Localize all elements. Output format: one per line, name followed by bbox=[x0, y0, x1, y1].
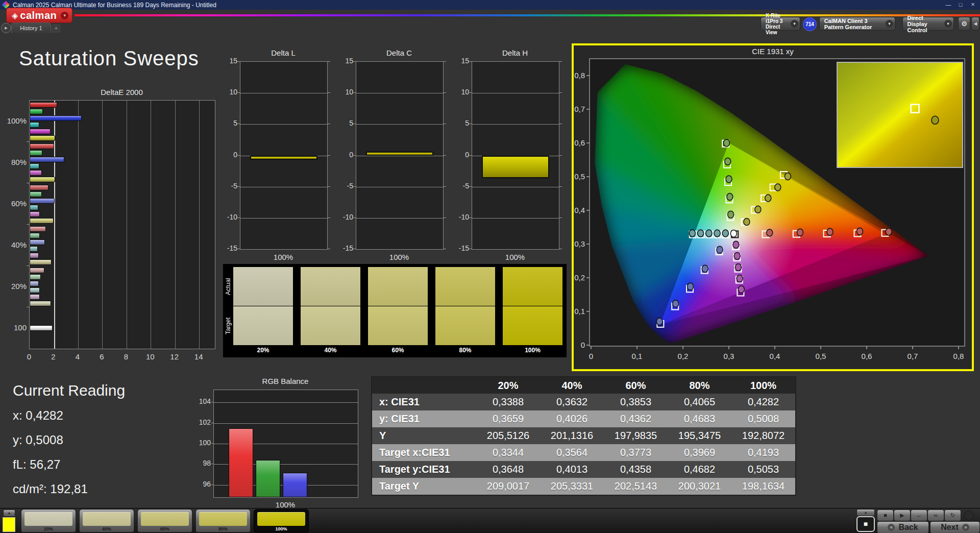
settings-button[interactable]: ⚙ bbox=[958, 17, 970, 31]
continuous-button[interactable]: ∞ bbox=[927, 510, 944, 521]
play-button[interactable]: ▶ bbox=[894, 510, 911, 521]
group-label: 20% bbox=[5, 265, 27, 307]
plot-area bbox=[213, 390, 358, 498]
axis-tick bbox=[469, 124, 472, 124]
delta-c-chart: Delta C151050-5-10-15100% bbox=[340, 49, 448, 263]
table-cell: 0,3659 bbox=[476, 413, 540, 425]
chevron-down-icon: ▾ bbox=[791, 20, 798, 28]
y-tick-label: 15 bbox=[456, 57, 469, 65]
x-axis-label: 100% bbox=[240, 253, 327, 261]
grid-line bbox=[356, 218, 443, 219]
swatch-actual-80% bbox=[435, 267, 495, 306]
transport-collapse-button[interactable]: ▲ bbox=[856, 509, 875, 516]
bar-yellow bbox=[30, 218, 54, 224]
table-cell: 0,3388 bbox=[476, 396, 540, 408]
plot-area bbox=[240, 61, 328, 250]
maximize-button[interactable]: □ bbox=[954, 0, 967, 10]
axis-tick bbox=[237, 249, 240, 249]
table-cell: 0,4683 bbox=[668, 413, 731, 425]
svg-text:0,1: 0,1 bbox=[574, 307, 585, 316]
bar-100pct bbox=[482, 156, 549, 178]
refresh-button[interactable]: ↻ bbox=[944, 510, 961, 521]
svg-text:0,1: 0,1 bbox=[632, 352, 643, 360]
next-button[interactable]: Next» bbox=[930, 521, 980, 533]
table-cell: 197,9835 bbox=[604, 430, 668, 442]
y-tick-label: -15 bbox=[225, 244, 237, 252]
pattern-swatch-button-40%[interactable]: 40% bbox=[79, 509, 134, 532]
minimize-button[interactable]: — bbox=[942, 0, 954, 10]
axis-tick bbox=[328, 61, 330, 62]
y-tick-label: 5 bbox=[340, 119, 353, 127]
back-button[interactable]: «Back bbox=[877, 521, 929, 533]
bar-yellow bbox=[30, 301, 51, 306]
svg-text:0,8: 0,8 bbox=[953, 352, 964, 360]
table-cell: 198,1634 bbox=[731, 480, 795, 492]
table-cell: 209,0017 bbox=[476, 480, 540, 492]
svg-text:0,5: 0,5 bbox=[816, 352, 826, 360]
pattern-swatch-button-80%[interactable]: 80% bbox=[195, 509, 251, 532]
cie-1931-plot: 000,10,10,20,20,30,30,40,40,50,50,60,60,… bbox=[574, 45, 972, 369]
axis-tick bbox=[237, 155, 240, 156]
axis-tick bbox=[444, 249, 446, 249]
table-cell: 202,5143 bbox=[604, 480, 668, 492]
bar-green bbox=[256, 460, 280, 497]
grid-line bbox=[472, 187, 559, 187]
plot-area bbox=[29, 100, 215, 349]
bar-blue bbox=[283, 473, 307, 498]
stop-button[interactable]: ■ bbox=[877, 510, 894, 521]
back-label: Back bbox=[898, 523, 918, 532]
grid-line bbox=[356, 187, 443, 187]
meter-count-badge[interactable]: 714 bbox=[803, 17, 817, 31]
axis-tick bbox=[237, 61, 240, 62]
table-cell: 195,3475 bbox=[668, 430, 731, 442]
table-cell: 0,4282 bbox=[731, 396, 795, 408]
pattern-swatch-button-20%[interactable]: 20% bbox=[21, 509, 76, 532]
svg-text:0: 0 bbox=[581, 341, 585, 349]
grid-line bbox=[78, 101, 79, 349]
tab-history-1[interactable]: History 1 bbox=[11, 22, 51, 33]
x-tick-label: 6 bbox=[94, 352, 109, 361]
grid-line bbox=[199, 101, 200, 349]
bar-blue bbox=[30, 115, 82, 121]
collapse-toolbar-button[interactable]: ◀ bbox=[971, 17, 979, 31]
bar-blue bbox=[30, 239, 45, 245]
y-tick-label: -5 bbox=[340, 182, 353, 190]
chart-title: Delta C bbox=[356, 49, 443, 57]
axis-tick bbox=[353, 217, 356, 218]
stop-pattern-button[interactable]: ■ bbox=[856, 516, 875, 532]
history-expand-button[interactable]: ▶ bbox=[1, 23, 11, 33]
axis-tick bbox=[328, 124, 330, 124]
bar-green bbox=[30, 274, 41, 280]
pattern-swatch-button-100%[interactable]: 100% bbox=[254, 509, 309, 532]
status-indicator-circle bbox=[964, 511, 974, 520]
grid-line bbox=[214, 423, 358, 424]
pattern-swatch-button-60%[interactable]: 60% bbox=[137, 509, 192, 532]
table-cell: 0,3632 bbox=[540, 396, 604, 408]
swatch-actual-40% bbox=[301, 267, 360, 306]
meter-dropdown[interactable]: X-Rite i1Pro 3Direct View ▾ bbox=[761, 17, 800, 31]
axis-tick bbox=[353, 155, 356, 156]
add-tab-button[interactable]: + bbox=[52, 24, 61, 33]
swatch-column-label: 40% bbox=[301, 347, 360, 355]
table-cell: 0,4026 bbox=[540, 413, 604, 425]
pattern-generator-dropdown[interactable]: CalMAN Client 3 Pattern Generator ▾ bbox=[819, 17, 895, 31]
bar-red bbox=[30, 143, 54, 149]
svg-text:0,5: 0,5 bbox=[574, 172, 585, 181]
close-button[interactable]: × bbox=[967, 0, 979, 10]
axis-tick bbox=[27, 183, 29, 183]
axis-tick bbox=[237, 186, 240, 187]
pattern-collapse-button[interactable]: ▲ bbox=[3, 510, 15, 517]
next-arrow-icon: » bbox=[962, 524, 969, 531]
table-cell: 0,5008 bbox=[731, 413, 795, 425]
step-button[interactable]: ↔ bbox=[911, 510, 927, 521]
table-cell: 0,3648 bbox=[476, 464, 540, 475]
y-tick-label: 10 bbox=[456, 88, 469, 96]
calman-menu-button[interactable]: ◈ calman ▾ bbox=[6, 8, 72, 23]
grid-line bbox=[102, 101, 103, 349]
svg-text:0,2: 0,2 bbox=[574, 273, 585, 282]
table-cell: 201,1316 bbox=[540, 430, 604, 442]
axis-tick bbox=[469, 249, 472, 249]
grid-line bbox=[356, 93, 443, 93]
axis-tick bbox=[211, 402, 213, 402]
display-control-dropdown[interactable]: Direct Display Control ▾ bbox=[902, 17, 954, 31]
